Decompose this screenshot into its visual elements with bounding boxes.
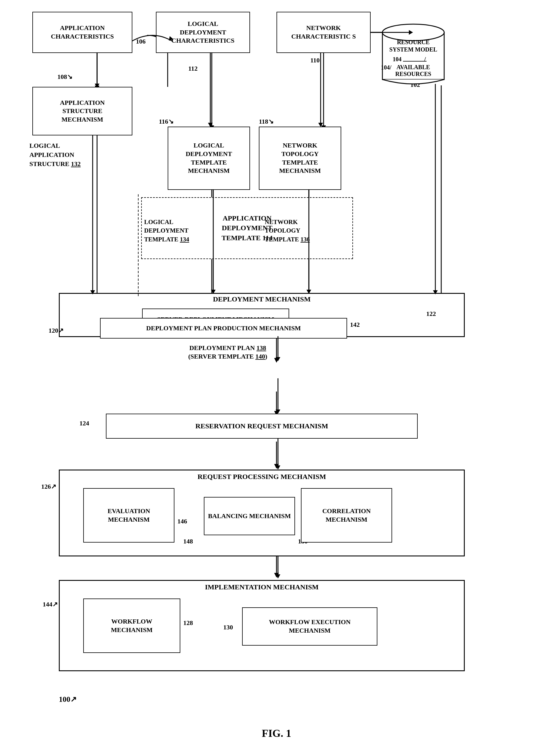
ref-116: 116↘	[159, 118, 173, 125]
impl-mech-header: IMPLEMENTATION MECHANISM	[60, 583, 464, 591]
reservation-request-mech: RESERVATION REQUEST MECHANISM	[106, 414, 418, 439]
ref-122: 122	[426, 310, 436, 318]
deployment-plan-label: DEPLOYMENT PLAN 138(SERVER TEMPLATE 140)	[188, 344, 267, 361]
arrow-log-dep-tmpl-down	[202, 189, 225, 295]
eval-mech-box: EVALUATION MECHANISM	[83, 488, 174, 543]
diagram: APPLICATION CHARACTERISTICS LOGICAL DEPL…	[0, 0, 553, 756]
ref-120: 120↗	[49, 327, 64, 334]
ref-100: 100↗	[59, 695, 77, 704]
net-topo-tmpl-label: NETWORK TOPOLOGY TEMPLATE MECHANISM	[279, 141, 321, 175]
svg-marker-52	[409, 30, 413, 35]
correlation-text: CORRELATION MECHANISM	[322, 507, 371, 524]
arrow-reservation	[273, 378, 283, 415]
fig-1-label: FIG. 1	[235, 727, 318, 740]
svg-marker-54	[90, 290, 95, 294]
ref-104-label: 104/	[381, 64, 392, 71]
correlation-mech-box: CORRELATION MECHANISM	[301, 488, 392, 543]
arrow-110	[309, 52, 332, 128]
logical-dep-template-mech: LOGICAL DEPLOYMENT TEMPLATE MECHANISM	[168, 127, 250, 190]
logical-app-structure-label: LOGICALAPPLICATIONSTRUCTURE 132	[29, 141, 81, 168]
ref-144: 144↗	[43, 601, 58, 608]
app-char-label: APPLICATION CHARACTERISTICS	[51, 24, 114, 41]
svg-marker-58	[211, 290, 216, 294]
logical-dep-template-134: LOGICALDEPLOYMENTTEMPLATE 134	[144, 218, 189, 244]
svg-marker-48	[208, 123, 213, 127]
balancing-text: BALANCING MECHANISM	[208, 512, 291, 521]
svg-text:RESOURCE: RESOURCE	[397, 39, 429, 45]
workflow-exec-text: WORKFLOW EXECUTION MECHANISM	[269, 618, 350, 635]
arrow-req-proc	[273, 439, 283, 471]
network-topo-template-mech: NETWORK TOPOLOGY TEMPLATE MECHANISM	[259, 127, 341, 190]
svg-marker-39	[275, 410, 280, 414]
svg-marker-50	[318, 123, 323, 127]
svg-marker-60	[307, 290, 311, 294]
arrow-net-topo-down	[297, 189, 321, 295]
ref-142: 142	[350, 321, 360, 329]
arrow-app-struct	[79, 52, 115, 89]
dep-plan-prod-mech: DEPLOYMENT PLAN PRODUCTION MECHANISM	[100, 318, 347, 339]
svg-text:AVAILABLE: AVAILABLE	[397, 64, 430, 70]
net-char-label: NETWORK CHARACTERISTIC S	[291, 24, 356, 41]
dashed-left-line	[134, 194, 143, 297]
deployment-mech-header: DEPLOYMENT MECHANISM	[60, 295, 464, 303]
svg-text:SYSTEM MODEL: SYSTEM MODEL	[389, 46, 438, 53]
ref-126: 126↗	[41, 483, 56, 490]
svg-text:RESOURCES: RESOURCES	[395, 71, 431, 77]
reservation-text: RESERVATION REQUEST MECHANISM	[195, 422, 328, 431]
workflow-exec-mech-box: WORKFLOW EXECUTION MECHANISM	[242, 607, 377, 645]
svg-text:104: 104	[393, 56, 401, 62]
impl-mech-outer: IMPLEMENTATION MECHANISM WORKFLOW MECHAN…	[59, 580, 465, 671]
eval-mech-text: EVALUATION MECHANISM	[108, 507, 150, 524]
req-processing-outer: REQUEST PROCESSING MECHANISM EVALUATION …	[59, 470, 465, 556]
arrow-app-struct-long	[81, 135, 104, 296]
arrow-106-curve	[132, 29, 173, 55]
req-proc-header: REQUEST PROCESSING MECHANISM	[60, 473, 464, 481]
svg-marker-45	[95, 84, 99, 88]
ref-118: 118↘	[259, 118, 273, 125]
balancing-mech-box: BALANCING MECHANISM	[204, 497, 295, 535]
ref-112: 112	[188, 65, 198, 72]
ref-124: 124	[79, 419, 89, 427]
svg-text:/: /	[424, 56, 426, 62]
svg-marker-43	[275, 574, 280, 578]
ref-130: 130	[223, 623, 233, 631]
app-structure-mechanism: APPLICATION STRUCTURE MECHANISM	[32, 87, 132, 135]
network-char-box: NETWORK CHARACTERISTIC S	[276, 12, 371, 53]
log-dep-tmpl-label: LOGICAL DEPLOYMENT TEMPLATE MECHANISM	[185, 141, 232, 175]
arrow-resource-dep	[423, 84, 447, 296]
dep-plan-prod-text: DEPLOYMENT PLAN PRODUCTION MECHANISM	[146, 324, 301, 333]
ref-146: 146	[177, 518, 187, 525]
svg-marker-41	[275, 466, 280, 470]
workflow-mech-box: WORKFLOW MECHANISM	[83, 599, 180, 653]
app-struct-label: APPLICATION STRUCTURE MECHANISM	[60, 98, 105, 124]
ref-148: 148	[183, 538, 193, 545]
ref-128: 128	[183, 619, 193, 627]
ref-108: 108↘	[57, 73, 72, 81]
workflow-mech-text: WORKFLOW MECHANISM	[111, 617, 153, 634]
svg-marker-56	[433, 290, 438, 294]
log-dep-char-label: LOGICAL DEPLOYMENT CHARACTERISTICS	[171, 20, 234, 45]
svg-marker-37	[275, 357, 280, 361]
arrow-dep-plan	[273, 336, 283, 363]
arrow-impl	[273, 556, 283, 580]
arrow-net-resource	[370, 28, 416, 37]
arrow-112	[199, 52, 222, 128]
app-characteristics-box: APPLICATION CHARACTERISTICS	[32, 12, 132, 53]
